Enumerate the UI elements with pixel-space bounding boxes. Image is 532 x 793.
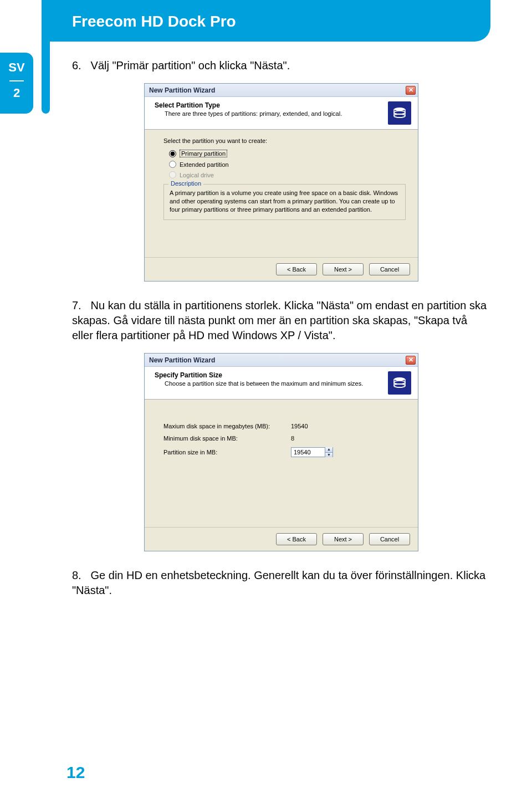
- description-legend: Description: [168, 180, 203, 187]
- svg-point-5: [394, 384, 405, 387]
- row-max-value: 19540: [291, 423, 308, 429]
- row-max: Maxium disk space in megabytes (MB): 195…: [163, 423, 406, 429]
- partition-size-textbox[interactable]: [291, 448, 325, 457]
- wizard-1-header: Select Partition Type There are three ty…: [145, 97, 418, 130]
- row-size: Partition size in MB: ▲ ▼: [163, 447, 406, 457]
- wizard-1-title: New Partition Wizard: [149, 86, 215, 94]
- wizard-1-prompt: Select the partition you want to create:: [163, 137, 406, 144]
- side-tab: SV 2: [0, 53, 33, 114]
- step-7: 7. Nu kan du ställa in partitionens stor…: [72, 298, 490, 343]
- wizard-1-titlebar: New Partition Wizard ✕: [145, 84, 418, 97]
- radio-primary[interactable]: Primary partition: [169, 150, 406, 157]
- wizard-2-titlebar: New Partition Wizard ✕: [145, 354, 418, 367]
- wizard-2-header-title: Specify Partition Size: [155, 371, 388, 379]
- page-number: 12: [66, 763, 85, 782]
- close-icon[interactable]: ✕: [406, 356, 416, 365]
- wizard-2-footer: < Back Next > Cancel: [145, 527, 418, 551]
- disk-stack-icon: [388, 101, 411, 125]
- wizard-2-title: New Partition Wizard: [149, 356, 215, 364]
- step-6-text: Välj "Primär partition" och klicka "Näst…: [91, 59, 290, 71]
- radio-logical: Logical drive: [169, 171, 406, 178]
- radio-logical-input: [169, 171, 176, 178]
- step-8-text: Ge din HD en enhetsbeteckning. Generellt…: [72, 569, 485, 596]
- wizard-2-body: Maxium disk space in megabytes (MB): 195…: [145, 400, 418, 527]
- cancel-button[interactable]: Cancel: [369, 533, 410, 545]
- step-7-text: Nu kan du ställa in partitionens storlek…: [72, 299, 487, 341]
- wizard-1-header-sub: There are three types of partitions: pri…: [165, 110, 388, 117]
- step-8: 8. Ge din HD en enhetsbeteckning. Genere…: [72, 568, 490, 598]
- product-title: Freecom HD Dock Pro: [72, 13, 236, 30]
- wizard-1-body: Select the partition you want to create:…: [145, 130, 418, 257]
- back-button[interactable]: < Back: [276, 263, 317, 275]
- svg-point-4: [394, 381, 405, 384]
- wizard-1: New Partition Wizard ✕ Select Partition …: [144, 83, 418, 282]
- spin-down-icon[interactable]: ▼: [325, 452, 332, 457]
- description-text: A primary partition is a volume you crea…: [170, 189, 400, 214]
- radio-logical-label: Logical drive: [180, 172, 214, 178]
- wizard-1-footer: < Back Next > Cancel: [145, 257, 418, 281]
- side-lang: SV: [0, 60, 33, 75]
- step-6: 6. Välj "Primär partition" och klicka "N…: [72, 58, 490, 73]
- svg-point-0: [394, 108, 405, 111]
- back-button[interactable]: < Back: [276, 533, 317, 545]
- side-chapter: 2: [0, 86, 33, 100]
- radio-extended[interactable]: Extended partition: [169, 161, 406, 168]
- svg-point-2: [394, 114, 405, 117]
- step-8-num: 8.: [72, 568, 88, 583]
- disk-stack-icon: [388, 371, 411, 395]
- row-min: Minimum disk space in MB: 8: [163, 435, 406, 442]
- wizard-2-header: Specify Partition Size Choose a partitio…: [145, 367, 418, 400]
- row-size-label: Partition size in MB:: [163, 449, 291, 456]
- close-icon[interactable]: ✕: [406, 86, 416, 95]
- description-box: Description A primary partition is a vol…: [163, 184, 406, 220]
- svg-point-1: [394, 111, 405, 114]
- cancel-button[interactable]: Cancel: [369, 263, 410, 275]
- wizard-2: New Partition Wizard ✕ Specify Partition…: [144, 353, 418, 551]
- radio-primary-label: Primary partition: [180, 150, 227, 157]
- radio-extended-label: Extended partition: [180, 161, 229, 168]
- radio-extended-input[interactable]: [169, 161, 176, 168]
- wizard-2-header-sub: Choose a partition size that is between …: [165, 380, 388, 387]
- header-stripe: [42, 0, 50, 114]
- next-button[interactable]: Next >: [323, 533, 364, 545]
- row-min-value: 8: [291, 435, 294, 442]
- partition-size-input[interactable]: ▲ ▼: [291, 447, 333, 457]
- side-divider: [9, 80, 24, 81]
- next-button[interactable]: Next >: [323, 263, 364, 275]
- step-6-num: 6.: [72, 58, 88, 73]
- step-7-num: 7.: [72, 298, 88, 313]
- radio-primary-input[interactable]: [169, 150, 176, 157]
- row-max-label: Maxium disk space in megabytes (MB):: [163, 423, 291, 429]
- row-min-label: Minimum disk space in MB:: [163, 435, 291, 442]
- svg-point-3: [394, 377, 405, 381]
- spin-up-icon[interactable]: ▲: [325, 447, 332, 452]
- wizard-1-header-title: Select Partition Type: [155, 101, 388, 109]
